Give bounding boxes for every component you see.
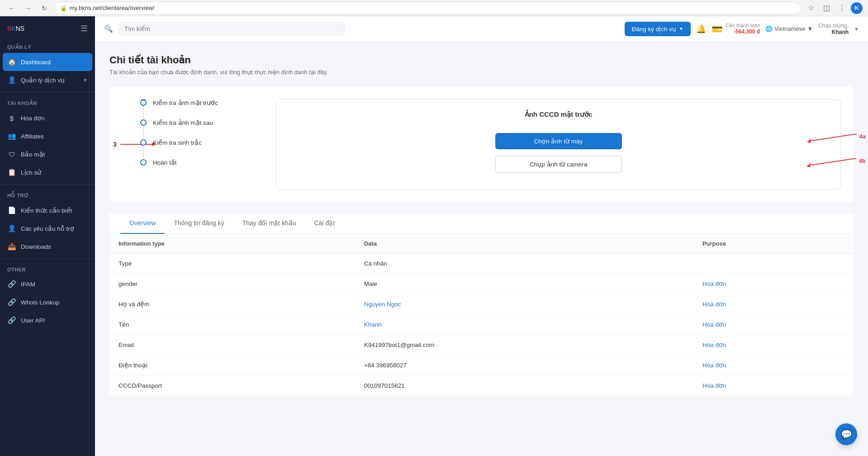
cell-purpose: Hóa đơn bbox=[693, 375, 854, 396]
svg-marker-3 bbox=[807, 138, 811, 143]
browser-bar: ← → ↻ 🔒 my.bkns.net/clientarea/overview/… bbox=[0, 0, 868, 16]
main-content: Chi tiết tài khoản Tài khoản của bạn chư… bbox=[95, 42, 868, 456]
step-3-line bbox=[143, 146, 144, 158]
table-row: CCCD/Passport001097015621Hóa đơn bbox=[109, 375, 854, 396]
page-title: Chi tiết tài khoản bbox=[109, 54, 854, 66]
tab-change-password[interactable]: Thay đổi mật khẩu bbox=[233, 213, 305, 234]
billing-icon: 💳 bbox=[711, 24, 723, 34]
cell-data: K941997bot1@gmail.com bbox=[355, 335, 693, 355]
cell-data: +84 396958027 bbox=[355, 355, 693, 375]
section-label-account: TÀI KHOẢN bbox=[0, 95, 95, 109]
steps-panel: Kiểm tra ảnh mặt trước Kiểm tra ảnh mặt … bbox=[122, 99, 249, 190]
chevron-down-lang-icon: ▼ bbox=[807, 25, 813, 32]
choose-photo-button[interactable]: Chọn ảnh từ máy bbox=[495, 133, 622, 149]
annotation-4a: 4a bbox=[802, 129, 866, 143]
sidebar-divider-2 bbox=[0, 184, 95, 185]
hamburger-button[interactable]: ☰ bbox=[81, 24, 88, 33]
cell-type: gender bbox=[109, 274, 355, 294]
downloads-icon: 📥 bbox=[7, 242, 16, 251]
search-input[interactable] bbox=[124, 25, 339, 32]
link-icon-ipam: 🔗 bbox=[7, 280, 16, 289]
chat-widget[interactable]: 💬 bbox=[835, 423, 857, 445]
section-label-other: OTHER bbox=[0, 261, 95, 275]
top-header: 🔍 Đăng ký dịch vụ ▼ 🔔 💳 Cần thanh toán -… bbox=[95, 16, 868, 42]
page-subtitle: Tài khoản của bạn chưa được định danh, v… bbox=[109, 69, 854, 76]
step-2-line bbox=[143, 126, 144, 138]
user-avatar: K bbox=[851, 2, 863, 14]
account-info-section: Overview Thông tin đăng ký Thay đổi mật … bbox=[109, 213, 854, 395]
language-selector[interactable]: 🌐 Vietnamese ▼ bbox=[765, 25, 813, 32]
table-row: TypeCá nhân bbox=[109, 254, 854, 274]
step-2-dot bbox=[140, 119, 147, 126]
sidebar-item-invoices[interactable]: $ Hóa đơn bbox=[0, 109, 95, 127]
link-icon-whois: 🔗 bbox=[7, 298, 16, 307]
register-service-button[interactable]: Đăng ký dịch vụ ▼ bbox=[625, 22, 691, 36]
cell-type: CCCD/Passport bbox=[109, 375, 355, 396]
sidebar-item-downloads[interactable]: 📥 Downloads bbox=[0, 238, 95, 256]
sidebar-item-knowledge[interactable]: 📄 Kiến thức cần biết bbox=[0, 201, 95, 219]
step-1: Kiểm tra ảnh mặt trước bbox=[140, 99, 249, 106]
photo-panel-title: Ảnh CCCD mặt trước bbox=[525, 110, 593, 119]
tab-settings[interactable]: Cài đặt bbox=[305, 213, 344, 234]
tab-overview[interactable]: Overview bbox=[120, 213, 165, 234]
chevron-down-icon: ▼ bbox=[679, 26, 683, 31]
step-4: Hoàn tất bbox=[140, 159, 249, 166]
forward-button[interactable]: → bbox=[22, 2, 34, 14]
info-table-card: Information type Data Purpose TypeCá nhâ… bbox=[109, 234, 854, 395]
table-row: genderMaleHóa đơn bbox=[109, 274, 854, 294]
sidebar-item-dashboard[interactable]: 🏠 Dashboard bbox=[3, 53, 92, 71]
search-box[interactable] bbox=[119, 22, 345, 35]
info-table: Information type Data Purpose TypeCá nhâ… bbox=[109, 234, 854, 395]
sidebar-item-user-api[interactable]: 🔗 User API bbox=[0, 311, 95, 329]
camera-photo-button[interactable]: Chụp ảnh từ camera bbox=[495, 156, 622, 173]
link-icon-api: 🔗 bbox=[7, 316, 16, 325]
extensions-button[interactable]: ◫ bbox=[820, 2, 833, 14]
app-container: BKNS ☰ QUẢN LÝ 🏠 Dashboard 👤 Quản lý dịc… bbox=[0, 16, 868, 456]
sidebar-item-service-management[interactable]: 👤 Quản lý dịch vụ ▼ bbox=[0, 71, 95, 89]
step-3-dot bbox=[140, 139, 147, 146]
bookmark-button[interactable]: ☆ bbox=[805, 2, 817, 14]
greeting-box: Chào mừng, Khanh bbox=[818, 23, 849, 35]
billing-area: 💳 Cần thanh toán -564,300 đ bbox=[711, 23, 760, 35]
sidebar-divider-3 bbox=[0, 258, 95, 259]
svg-line-4 bbox=[811, 158, 856, 165]
cell-type: Email bbox=[109, 335, 355, 355]
col-purpose: Purpose bbox=[693, 234, 854, 254]
cell-data: Cá nhân bbox=[355, 254, 693, 274]
sidebar-item-history[interactable]: 📋 Lịch sử bbox=[0, 163, 95, 181]
tab-registration-info[interactable]: Thông tin đăng ký bbox=[165, 213, 233, 234]
sidebar-item-ipam[interactable]: 🔗 IPAM bbox=[0, 275, 95, 293]
cell-type: Điện thoại bbox=[109, 355, 355, 375]
sidebar-item-support-requests[interactable]: 👤 Các yêu cầu hỗ trợ bbox=[0, 219, 95, 238]
back-button[interactable]: ← bbox=[5, 2, 18, 14]
sidebar-item-security[interactable]: 🛡 Bảo mật bbox=[0, 145, 95, 163]
shield-icon: 🛡 bbox=[7, 150, 16, 159]
step-1-line bbox=[143, 106, 144, 119]
logo: BKNS bbox=[7, 25, 24, 32]
url-bar[interactable]: 🔒 my.bkns.net/clientarea/overview/ bbox=[54, 2, 801, 14]
reload-button[interactable]: ↻ bbox=[38, 2, 51, 14]
sidebar-item-whois[interactable]: 🔗 Whois Lookup bbox=[0, 293, 95, 311]
invoice-icon: $ bbox=[7, 114, 16, 123]
affiliates-icon: 👥 bbox=[7, 132, 16, 141]
sidebar-logo: BKNS ☰ bbox=[0, 16, 95, 39]
step-1-dot bbox=[140, 100, 147, 106]
sidebar-item-affiliates[interactable]: 👥 Affiliates bbox=[0, 127, 95, 145]
cell-data: Nguyen Ngoc bbox=[355, 294, 693, 314]
annotation-4b: 4b bbox=[802, 154, 866, 167]
menu-button[interactable]: ⋮ bbox=[835, 2, 848, 14]
tabs-bar: Overview Thông tin đăng ký Thay đổi mật … bbox=[109, 213, 854, 234]
cell-type: Tên bbox=[109, 314, 355, 335]
knowledge-icon: 📄 bbox=[7, 206, 16, 215]
home-icon: 🏠 bbox=[7, 57, 16, 66]
step-3: Kiểm tra sinh trắc bbox=[140, 139, 249, 146]
cell-purpose: Hóa đơn bbox=[693, 314, 854, 335]
cell-purpose: Hóa đơn bbox=[693, 274, 854, 294]
verification-card: 3 Kiểm tra ảnh mặt trước bbox=[109, 86, 854, 202]
section-label-support: HỖ TRỢ bbox=[0, 187, 95, 201]
notification-bell-button[interactable]: 🔔 bbox=[696, 24, 706, 34]
step-4-dot bbox=[140, 159, 147, 166]
sidebar: BKNS ☰ QUẢN LÝ 🏠 Dashboard 👤 Quản lý dịc… bbox=[0, 16, 95, 456]
browser-actions: ☆ ◫ ⋮ K bbox=[805, 2, 863, 14]
table-row: Họ và đệmNguyen NgocHóa đơn bbox=[109, 294, 854, 314]
